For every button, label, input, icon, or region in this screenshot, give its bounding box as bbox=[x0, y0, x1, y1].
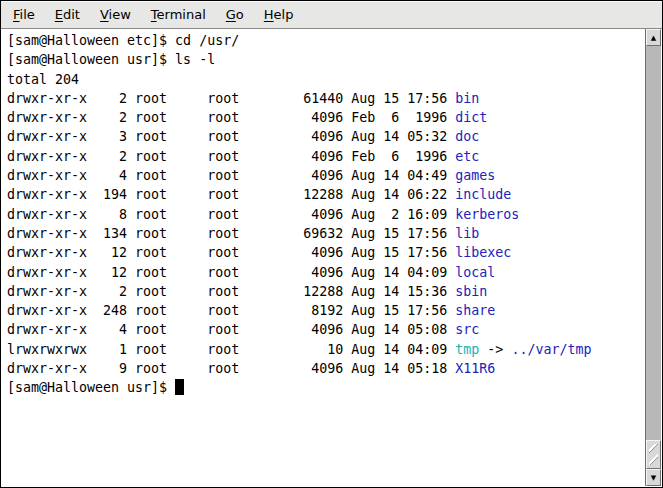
ls-entry-name: etc bbox=[455, 149, 479, 164]
terminal-line: [sam@Halloween usr]$ bbox=[7, 378, 645, 397]
ls-entry-name: kerberos bbox=[455, 207, 519, 222]
terminal-line: drwxr-xr-x 2 root root 61440 Aug 15 17:5… bbox=[7, 89, 645, 108]
ls-entry-name: share bbox=[455, 303, 495, 318]
terminal-line: drwxr-xr-x 3 root root 4096 Aug 14 05:32… bbox=[7, 127, 645, 146]
ls-entry-details: drwxr-xr-x 248 root root 8192 Aug 15 17:… bbox=[7, 303, 455, 318]
terminal-line: drwxr-xr-x 4 root root 4096 Aug 14 04:49… bbox=[7, 166, 645, 185]
ls-entry-details: drwxr-xr-x 12 root root 4096 Aug 15 17:5… bbox=[7, 245, 455, 260]
ls-entry-name: X11R6 bbox=[455, 361, 495, 376]
terminal-line: drwxr-xr-x 2 root root 12288 Aug 14 15:3… bbox=[7, 282, 645, 301]
terminal-line: [sam@Halloween etc]$ cd /usr/ bbox=[7, 31, 645, 50]
terminal-line: lrwxrwxrwx 1 root root 10 Aug 14 04:09 t… bbox=[7, 340, 645, 359]
terminal-cursor bbox=[175, 379, 184, 395]
ls-entry-name: libexec bbox=[455, 245, 511, 260]
ls-entry-details: drwxr-xr-x 9 root root 4096 Aug 14 05:18 bbox=[7, 361, 455, 376]
ls-entry-name: tmp bbox=[455, 342, 479, 357]
terminal-screen[interactable]: [sam@Halloween etc]$ cd /usr/[sam@Hallow… bbox=[2, 29, 645, 486]
ls-entry-details: drwxr-xr-x 3 root root 4096 Aug 14 05:32 bbox=[7, 129, 455, 144]
symlink-arrow: -> bbox=[479, 342, 511, 357]
ls-entry-details: drwxr-xr-x 2 root root 4096 Feb 6 1996 bbox=[7, 149, 455, 164]
ls-entry-details: drwxr-xr-x 2 root root 4096 Feb 6 1996 bbox=[7, 110, 455, 125]
terminal-line: drwxr-xr-x 134 root root 69632 Aug 15 17… bbox=[7, 224, 645, 243]
terminal-line: drwxr-xr-x 2 root root 4096 Feb 6 1996 e… bbox=[7, 147, 645, 166]
symlink-target: ../var/tmp bbox=[511, 342, 591, 357]
ls-entry-name: bin bbox=[455, 91, 479, 106]
ls-entry-details: lrwxrwxrwx 1 root root 10 Aug 14 04:09 bbox=[7, 342, 455, 357]
window-frame: FileEditViewTerminalGoHelp [sam@Hallowee… bbox=[0, 0, 663, 488]
ls-entry-details: drwxr-xr-x 194 root root 12288 Aug 14 06… bbox=[7, 187, 455, 202]
menu-item-go[interactable]: Go bbox=[216, 2, 254, 27]
scrollbar-thumb[interactable] bbox=[646, 440, 661, 469]
terminal-line: drwxr-xr-x 248 root root 8192 Aug 15 17:… bbox=[7, 301, 645, 320]
ls-entry-details: drwxr-xr-x 12 root root 4096 Aug 14 04:0… bbox=[7, 265, 455, 280]
ls-entry-details: drwxr-xr-x 2 root root 61440 Aug 15 17:5… bbox=[7, 91, 455, 106]
down-arrow-icon: ▼ bbox=[651, 474, 656, 482]
ls-entry-name: dict bbox=[455, 110, 487, 125]
ls-entry-name: local bbox=[455, 265, 495, 280]
scroll-up-button[interactable]: ▲ bbox=[646, 29, 661, 46]
up-arrow-icon: ▲ bbox=[651, 34, 656, 42]
menu-item-view[interactable]: View bbox=[90, 2, 141, 27]
terminal-text: [sam@Halloween usr]$ ls -l bbox=[7, 52, 215, 67]
ls-entry-details: drwxr-xr-x 2 root root 12288 Aug 14 15:3… bbox=[7, 284, 455, 299]
ls-entry-name: doc bbox=[455, 129, 479, 144]
ls-entry-name: sbin bbox=[455, 284, 487, 299]
terminal-line: drwxr-xr-x 2 root root 4096 Feb 6 1996 d… bbox=[7, 108, 645, 127]
menu-bar: FileEditViewTerminalGoHelp bbox=[1, 1, 662, 29]
ls-entry-name: include bbox=[455, 187, 511, 202]
menu-item-terminal[interactable]: Terminal bbox=[141, 2, 216, 27]
ls-entry-details: drwxr-xr-x 4 root root 4096 Aug 14 05:08 bbox=[7, 322, 455, 337]
menu-item-edit[interactable]: Edit bbox=[45, 2, 90, 27]
terminal-text: total 204 bbox=[7, 72, 79, 87]
ls-entry-details: drwxr-xr-x 134 root root 69632 Aug 15 17… bbox=[7, 226, 455, 241]
scrollbar-grip-icon bbox=[649, 444, 658, 465]
terminal-line: drwxr-xr-x 194 root root 12288 Aug 14 06… bbox=[7, 185, 645, 204]
ls-entry-details: drwxr-xr-x 8 root root 4096 Aug 2 16:09 bbox=[7, 207, 455, 222]
scrollbar-trough[interactable] bbox=[646, 46, 661, 469]
ls-entry-name: lib bbox=[455, 226, 479, 241]
terminal-line: drwxr-xr-x 12 root root 4096 Aug 15 17:5… bbox=[7, 243, 645, 262]
shell-prompt: [sam@Halloween usr]$ bbox=[7, 380, 175, 395]
ls-entry-details: drwxr-xr-x 4 root root 4096 Aug 14 04:49 bbox=[7, 168, 455, 183]
ls-entry-name: games bbox=[455, 168, 495, 183]
ls-entry-name: src bbox=[455, 322, 479, 337]
terminal-line: drwxr-xr-x 8 root root 4096 Aug 2 16:09 … bbox=[7, 205, 645, 224]
menu-item-help[interactable]: Help bbox=[254, 2, 304, 27]
menu-item-file[interactable]: File bbox=[3, 2, 45, 27]
scroll-down-button[interactable]: ▼ bbox=[646, 469, 661, 486]
terminal-line: drwxr-xr-x 12 root root 4096 Aug 14 04:0… bbox=[7, 263, 645, 282]
terminal-line: [sam@Halloween usr]$ ls -l bbox=[7, 50, 645, 69]
terminal-line: drwxr-xr-x 9 root root 4096 Aug 14 05:18… bbox=[7, 359, 645, 378]
scrollbar[interactable]: ▲ ▼ bbox=[645, 29, 661, 486]
terminal-line: drwxr-xr-x 4 root root 4096 Aug 14 05:08… bbox=[7, 320, 645, 339]
terminal-line: total 204 bbox=[7, 70, 645, 89]
terminal-text: [sam@Halloween etc]$ cd /usr/ bbox=[7, 33, 239, 48]
terminal-window: FileEditViewTerminalGoHelp [sam@Hallowee… bbox=[0, 0, 663, 488]
